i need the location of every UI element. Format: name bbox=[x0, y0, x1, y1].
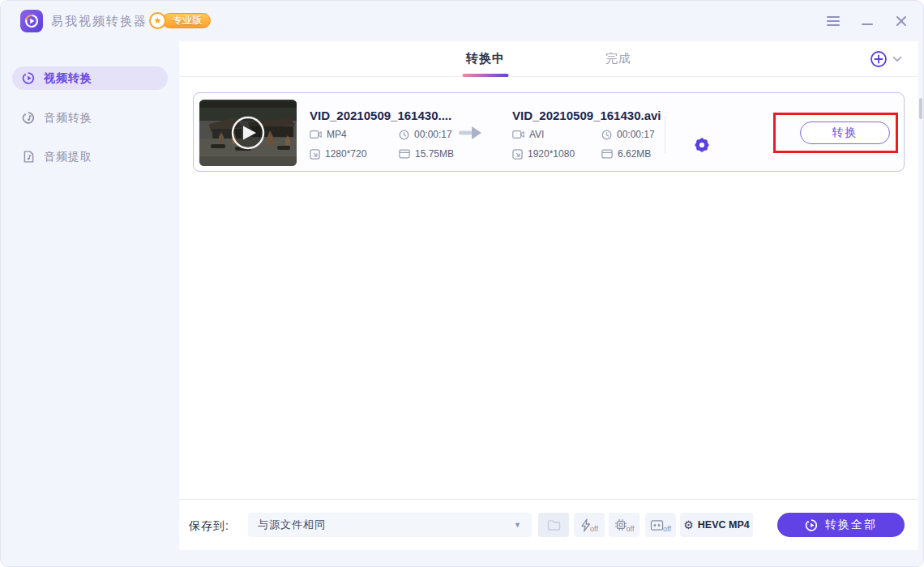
tab-converting[interactable]: 转换中 bbox=[464, 48, 507, 70]
high-speed-toggle-button[interactable]: off bbox=[574, 513, 605, 537]
sidebar: 视频转换 音频转换 音频提取 bbox=[1, 41, 179, 567]
add-file-plus-icon[interactable] bbox=[870, 50, 888, 68]
sidebar-item-label: 音频转换 bbox=[44, 111, 92, 126]
pro-badge: ★ 专业版 bbox=[149, 12, 211, 29]
file-size-icon bbox=[399, 149, 410, 159]
target-format-value: AVI bbox=[529, 129, 544, 140]
convert-direction-arrow-icon bbox=[457, 126, 483, 143]
merge-icon bbox=[650, 519, 664, 531]
toggle-off-label: off bbox=[590, 525, 598, 533]
sidebar-item-label: 音频提取 bbox=[44, 150, 92, 164]
sidebar-item-audio-convert[interactable]: 音频转换 bbox=[12, 106, 168, 130]
output-preset-label: HEVC MP4 bbox=[698, 519, 750, 531]
resolution-icon bbox=[310, 149, 320, 160]
target-format: AVI bbox=[512, 129, 544, 140]
convert-button[interactable]: 转换 bbox=[800, 122, 890, 144]
convert-all-button[interactable]: 转换全部 bbox=[777, 513, 905, 537]
toggle-off-label: off bbox=[627, 525, 635, 533]
footer-bar: 保存到: 与源文件相同 ▼ off bbox=[179, 499, 918, 550]
content-panel: 转换中 完成 bbox=[179, 41, 918, 550]
source-resolution-value: 1280*720 bbox=[325, 148, 366, 160]
close-icon[interactable] bbox=[892, 12, 910, 30]
task-settings-gear-icon[interactable] bbox=[692, 135, 712, 155]
active-tab-underline bbox=[463, 74, 509, 77]
tab-done[interactable]: 完成 bbox=[604, 48, 633, 70]
window-controls bbox=[824, 1, 910, 41]
file-size-icon bbox=[601, 149, 613, 159]
add-files-control bbox=[870, 50, 902, 68]
row-divider bbox=[665, 116, 665, 153]
star-icon: ★ bbox=[149, 12, 166, 29]
source-file-name: VID_20210509_161430.... bbox=[310, 109, 451, 122]
audio-convert-icon bbox=[22, 111, 36, 125]
chevron-down-icon[interactable] bbox=[892, 56, 902, 62]
convert-button-label: 转换 bbox=[832, 126, 858, 140]
target-duration-value: 00:00:17 bbox=[617, 129, 655, 140]
merge-toggle-button[interactable]: off bbox=[645, 513, 676, 537]
clock-icon bbox=[399, 130, 409, 140]
save-to-label: 保存到: bbox=[189, 519, 229, 534]
dropdown-caret-icon: ▼ bbox=[514, 521, 522, 529]
sidebar-item-label: 视频转换 bbox=[44, 71, 92, 86]
task-row: VID_20210509_161430.... MP4 00:00:17 bbox=[193, 92, 905, 172]
sidebar-item-video-convert[interactable]: 视频转换 bbox=[12, 66, 168, 90]
menu-icon[interactable] bbox=[824, 12, 842, 30]
target-resolution-value: 1920*1080 bbox=[528, 148, 575, 160]
open-folder-button[interactable] bbox=[538, 513, 569, 537]
resolution-icon bbox=[512, 149, 523, 160]
minimize-icon[interactable] bbox=[858, 12, 876, 30]
target-size-value: 6.62MB bbox=[618, 148, 651, 160]
clock-icon bbox=[601, 130, 612, 140]
source-format: MP4 bbox=[310, 129, 347, 140]
tabs-bar: 转换中 完成 bbox=[179, 41, 918, 77]
toggle-off-label: off bbox=[663, 525, 671, 533]
tab-done-label: 完成 bbox=[605, 51, 631, 65]
source-duration-value: 00:00:17 bbox=[414, 129, 452, 140]
source-size: 15.75MB bbox=[399, 148, 454, 160]
save-path-dropdown[interactable]: 与源文件相同 ▼ bbox=[248, 513, 532, 537]
source-format-value: MP4 bbox=[327, 129, 347, 140]
save-path-value: 与源文件相同 bbox=[258, 518, 326, 532]
tab-converting-label: 转换中 bbox=[466, 51, 505, 65]
chip-icon bbox=[614, 518, 627, 531]
folder-icon bbox=[547, 519, 561, 531]
target-resolution: 1920*1080 bbox=[512, 148, 575, 160]
scrollbar-thumb[interactable] bbox=[919, 98, 922, 119]
source-duration: 00:00:17 bbox=[399, 129, 452, 140]
video-format-icon bbox=[310, 130, 322, 139]
convert-all-label: 转换全部 bbox=[825, 518, 877, 532]
target-duration: 00:00:17 bbox=[601, 129, 655, 140]
target-file-name: VID_20210509_161430.avi bbox=[512, 109, 661, 122]
target-size: 6.62MB bbox=[601, 148, 651, 160]
video-convert-icon bbox=[22, 71, 36, 85]
output-preset-button[interactable]: ⚙ HEVC MP4 bbox=[680, 513, 753, 537]
audio-extract-icon bbox=[22, 150, 36, 164]
video-format-icon bbox=[512, 130, 524, 139]
source-size-value: 15.75MB bbox=[415, 148, 454, 160]
video-thumbnail[interactable] bbox=[199, 100, 297, 166]
app-logo-icon bbox=[20, 10, 43, 32]
pro-badge-label: 专业版 bbox=[162, 13, 211, 28]
source-resolution: 1280*720 bbox=[310, 148, 366, 160]
app-title: 易我视频转换器 bbox=[51, 1, 148, 41]
video-preview-image bbox=[199, 100, 297, 166]
title-bar: 易我视频转换器 ★ 专业版 bbox=[1, 1, 924, 41]
gpu-acceleration-toggle-button[interactable]: off bbox=[609, 513, 640, 537]
convert-all-play-icon bbox=[805, 518, 819, 532]
app-window: 易我视频转换器 ★ 专业版 视 bbox=[0, 0, 924, 567]
settings-gear-icon: ⚙ bbox=[683, 519, 694, 531]
sidebar-item-audio-extract[interactable]: 音频提取 bbox=[12, 145, 168, 168]
